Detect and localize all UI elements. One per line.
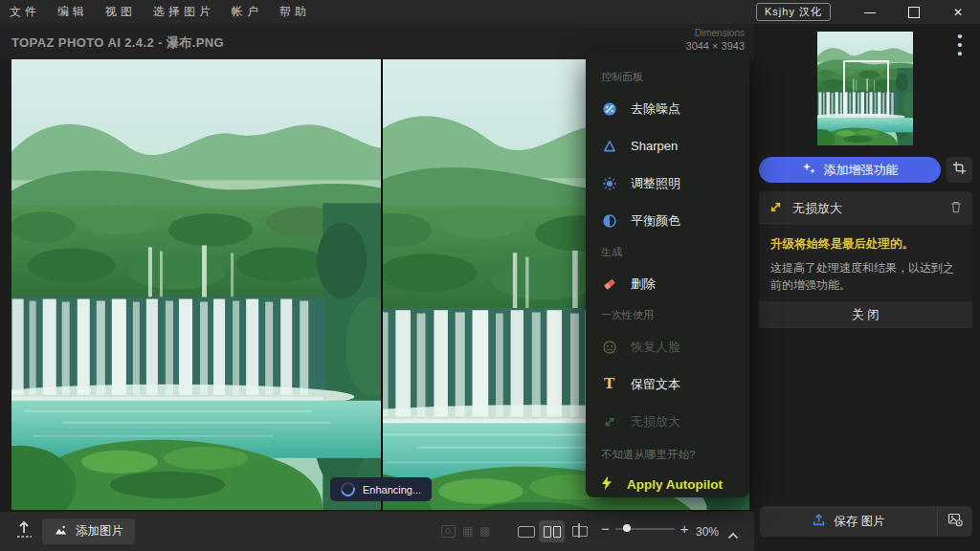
menu-item-remove[interactable]: 删除 bbox=[586, 265, 749, 302]
add-enhancement-label: 添加增强功能 bbox=[824, 162, 899, 179]
pan-glyph-icon: ▩ bbox=[479, 524, 490, 538]
view-split-button[interactable] bbox=[539, 520, 565, 542]
compare-glyph-icon: ▦ bbox=[462, 524, 473, 538]
dimensions-value: 3044 × 3943 bbox=[686, 40, 745, 52]
single-view-icon bbox=[518, 526, 535, 538]
enhancing-label: Enhancing... bbox=[363, 484, 421, 496]
minimize-button[interactable]: — bbox=[848, 0, 892, 24]
recover-faces-icon bbox=[601, 339, 617, 355]
add-enhancement-button[interactable]: 添加增强功能 bbox=[759, 157, 941, 183]
menu-help[interactable]: 帮助 bbox=[279, 4, 310, 20]
close-button[interactable]: ✕ bbox=[936, 0, 980, 24]
viewport-indicator[interactable] bbox=[843, 60, 889, 116]
menu-item-label: 平衡颜色 bbox=[631, 212, 680, 230]
navigator-thumbnail[interactable] bbox=[817, 32, 913, 145]
view-single-button[interactable] bbox=[513, 520, 539, 542]
menu-item-balance-color[interactable]: 平衡颜色 bbox=[586, 202, 749, 239]
help-link[interactable]: 不知道从哪里开始? bbox=[586, 440, 749, 464]
bottom-toolbar: 添加图片 ▦ ▩ − + 30% bbox=[0, 512, 754, 551]
image-export-icon bbox=[947, 512, 963, 531]
dimmed-view-tools: ▦ ▩ bbox=[441, 524, 491, 538]
menu-bar: 文件 编辑 视图 选择图片 帐户 帮助 Ksjhy 汉化 — ✕ bbox=[0, 0, 980, 24]
dimensions-label: Dimensions bbox=[686, 28, 745, 38]
preview-icon bbox=[441, 525, 456, 538]
menu-item-label: 去除噪点 bbox=[631, 100, 680, 118]
menu-item-remove-noise[interactable]: 去除噪点 bbox=[586, 90, 749, 127]
menu-item-label: 无损放大 bbox=[631, 413, 680, 430]
menu-account[interactable]: 帐户 bbox=[232, 4, 262, 20]
upscale-arrow-icon bbox=[601, 413, 617, 430]
denoise-icon bbox=[601, 100, 617, 117]
menu-item-label: 保留文本 bbox=[631, 376, 680, 393]
app-title: TOPAZ PHOTO AI 2.4.2 - 瀑布.PNG bbox=[11, 34, 224, 52]
split-view-icon bbox=[544, 526, 561, 538]
upscale-panel-header[interactable]: 无损放大 bbox=[759, 191, 972, 225]
crop-icon bbox=[952, 161, 967, 179]
menu-section-one-time: 一次性使用 bbox=[586, 308, 749, 322]
lighting-icon bbox=[601, 175, 617, 191]
export-settings-button[interactable] bbox=[937, 506, 972, 537]
preserve-text-icon: T bbox=[601, 376, 617, 392]
export-upload-icon bbox=[812, 513, 826, 530]
menu-item-preserve-text[interactable]: T 保留文本 bbox=[586, 365, 749, 403]
sharpen-icon bbox=[601, 138, 617, 154]
upscale-note-card: 升级将始终是最后处理的。 这提高了处理速度和结果，以达到之前的增强功能。 bbox=[759, 226, 972, 305]
close-panel-button[interactable]: 关 闭 bbox=[759, 301, 972, 328]
zoom-in-button[interactable]: + bbox=[680, 520, 689, 537]
locale-badge: Ksjhy 汉化 bbox=[756, 3, 831, 21]
lightning-bolt-icon bbox=[599, 475, 614, 494]
zoom-slider-knob[interactable] bbox=[623, 524, 631, 532]
app-window: 文件 编辑 视图 选择图片 帐户 帮助 Ksjhy 汉化 — ✕ TOPAZ P… bbox=[0, 0, 980, 551]
zoom-slider[interactable] bbox=[615, 528, 675, 530]
menu-file[interactable]: 文件 bbox=[10, 4, 40, 20]
sparkles-icon bbox=[802, 162, 816, 178]
add-image-label: 添加图片 bbox=[76, 523, 123, 540]
apply-autopilot-button[interactable]: Apply Autopilot bbox=[586, 464, 749, 504]
upscale-yellow-arrow-icon bbox=[768, 200, 783, 217]
menu-item-label: 恢复人脸 bbox=[631, 339, 680, 356]
save-row: 保存 图片 bbox=[760, 506, 972, 537]
spinner-icon bbox=[338, 479, 357, 498]
add-image-button[interactable]: 添加图片 bbox=[42, 518, 135, 544]
image-dimensions: Dimensions 3044 × 3943 bbox=[686, 28, 745, 52]
zoom-percentage[interactable]: 30% bbox=[696, 525, 719, 539]
menu-item-adjust-lighting[interactable]: 调整照明 bbox=[586, 165, 749, 202]
comparison-panel-original[interactable] bbox=[11, 59, 381, 510]
balance-color-icon bbox=[601, 212, 617, 229]
menu-section-control-panel: 控制面板 bbox=[586, 70, 749, 84]
slider-view-icon bbox=[572, 526, 588, 537]
zoom-control: − + bbox=[601, 520, 689, 537]
kebab-menu-icon[interactable]: ••• bbox=[950, 32, 969, 60]
remove-eraser-icon bbox=[601, 276, 617, 292]
crop-button[interactable] bbox=[947, 157, 972, 183]
menu-item-label: 删除 bbox=[631, 276, 656, 293]
menu-view[interactable]: 视图 bbox=[105, 4, 136, 20]
menu-item-sharpen[interactable]: Sharpen bbox=[586, 127, 749, 165]
right-sidebar: ••• 添加增强功能 无损放大 升级将始终是最后处理的。 这提高了处理速度和结 bbox=[754, 24, 980, 551]
maximize-button[interactable] bbox=[892, 0, 936, 24]
menu-select-image[interactable]: 选择图片 bbox=[153, 4, 214, 20]
enhancing-toast: Enhancing... bbox=[330, 477, 432, 501]
chevron-up-icon[interactable] bbox=[727, 526, 739, 543]
upscale-note-body: 这提高了处理速度和结果，以达到之前的增强功能。 bbox=[770, 259, 961, 294]
menu-item-label: Sharpen bbox=[631, 139, 678, 153]
trash-icon[interactable] bbox=[949, 200, 963, 217]
enhancement-menu: 控制面板 去除噪点 Sharpen 调整照明 平衡颜色 生成 bbox=[586, 53, 749, 497]
menu-item-upscale[interactable]: 无损放大 bbox=[586, 403, 749, 440]
menu-edit[interactable]: 编辑 bbox=[57, 4, 88, 20]
upscale-panel-title: 无损放大 bbox=[792, 200, 842, 217]
view-slider-button[interactable] bbox=[567, 520, 592, 542]
menu-item-recover-faces[interactable]: 恢复人脸 bbox=[586, 328, 749, 365]
image-icon bbox=[54, 523, 68, 540]
menu-item-label: 调整照明 bbox=[631, 175, 680, 192]
save-image-button[interactable]: 保存 图片 bbox=[760, 506, 937, 537]
menu-section-generative: 生成 bbox=[586, 245, 749, 259]
save-image-label: 保存 图片 bbox=[834, 514, 884, 530]
import-icon[interactable] bbox=[15, 519, 33, 544]
autopilot-label: Apply Autopilot bbox=[627, 477, 723, 492]
zoom-out-button[interactable]: − bbox=[601, 520, 610, 537]
upscale-note-title: 升级将始终是最后处理的。 bbox=[770, 236, 961, 253]
